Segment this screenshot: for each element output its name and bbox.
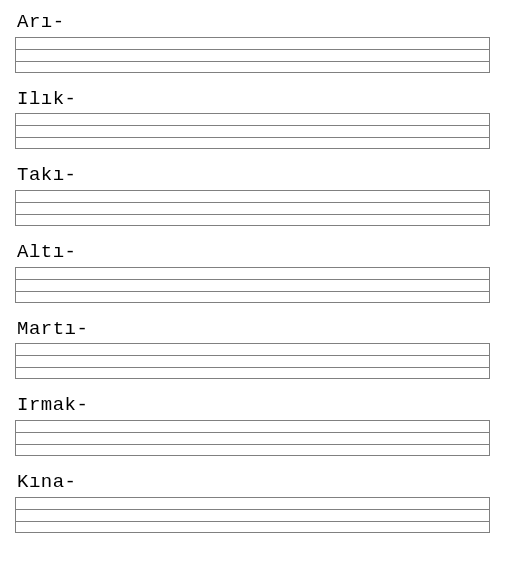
word-label: Arı-: [15, 10, 490, 35]
practice-row: Altı-: [15, 240, 490, 303]
practice-row: Takı-: [15, 163, 490, 226]
writing-lines[interactable]: [15, 497, 490, 533]
writing-lines[interactable]: [15, 37, 490, 73]
word-label: Tırman-: [15, 561, 490, 566]
practice-row: Kına-: [15, 470, 490, 533]
word-label: Martı-: [15, 317, 490, 342]
writing-lines[interactable]: [15, 343, 490, 379]
writing-lines[interactable]: [15, 190, 490, 226]
writing-lines[interactable]: [15, 267, 490, 303]
word-label: Irmak-: [15, 393, 490, 418]
practice-row: Tırman-: [15, 561, 490, 566]
practice-row: Martı-: [15, 317, 490, 380]
writing-lines[interactable]: [15, 113, 490, 149]
practice-row: Arı-: [15, 10, 490, 73]
practice-row: Irmak-: [15, 393, 490, 456]
word-label: Kına-: [15, 470, 490, 495]
practice-row: Ilık-: [15, 87, 490, 150]
word-label: Altı-: [15, 240, 490, 265]
word-label: Ilık-: [15, 87, 490, 112]
word-label: Takı-: [15, 163, 490, 188]
writing-lines[interactable]: [15, 420, 490, 456]
